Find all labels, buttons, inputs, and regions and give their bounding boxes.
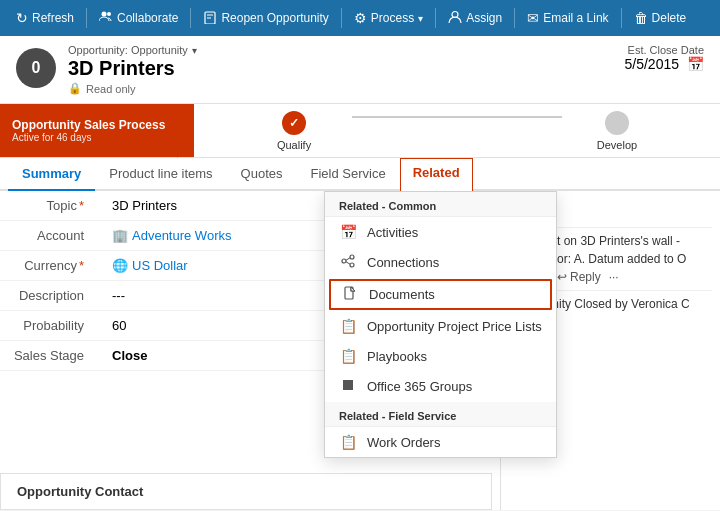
toolbar-process-btn[interactable]: ⚙ Process ▾	[346, 6, 431, 30]
est-close-label: Est. Close Date	[625, 44, 705, 56]
dropdown-playbooks[interactable]: 📋 Playbooks	[325, 341, 556, 371]
currency-label: Currency*	[0, 251, 100, 281]
process-label-title: Opportunity Sales Process	[12, 118, 165, 132]
connections-icon	[339, 254, 357, 271]
process-steps: ✓ Qualify Develop	[194, 104, 720, 157]
header-meta: Opportunity: Opportunity ▾ 3D Printers 🔒…	[68, 44, 197, 95]
header-right: Est. Close Date 5/5/2015 📅	[625, 44, 705, 72]
toolbar-refresh-btn[interactable]: ↻ Refresh	[8, 6, 82, 30]
reply-icon: ↩	[557, 270, 567, 284]
toolbar-divider-4	[435, 8, 436, 28]
svg-rect-13	[343, 380, 353, 390]
dropdown-section-common: Related - Common	[325, 192, 556, 217]
playbooks-icon: 📋	[339, 348, 357, 364]
header-left: 0 Opportunity: Opportunity ▾ 3D Printers…	[16, 44, 197, 95]
description-label: Description	[0, 281, 100, 311]
tab-quotes[interactable]: Quotes	[227, 158, 297, 191]
toolbar-divider-1	[86, 8, 87, 28]
record-title: 3D Printers	[68, 56, 197, 80]
currency-icon: 🌐	[112, 258, 128, 273]
dropdown-connections[interactable]: Connections	[325, 247, 556, 278]
breadcrumb-chevron: ▾	[192, 45, 197, 56]
step-label-qualify: Qualify	[277, 139, 311, 151]
calendar-icon[interactable]: 📅	[687, 56, 704, 72]
work-orders-icon: 📋	[339, 434, 357, 450]
svg-point-6	[342, 259, 346, 263]
toolbar-delete-btn[interactable]: 🗑 Delete	[626, 6, 695, 30]
toolbar: ↻ Refresh Collaborate Reopen Opportunity…	[0, 0, 720, 36]
opp-price-icon: 📋	[339, 318, 357, 334]
toolbar-divider-6	[621, 8, 622, 28]
toolbar-divider-5	[514, 8, 515, 28]
account-icon: 🏢	[112, 228, 128, 243]
tabs-bar: Summary Product line items Quotes Field …	[0, 158, 720, 191]
svg-point-8	[350, 263, 354, 267]
read-only-badge: 🔒 Read only	[68, 82, 197, 95]
sales-stage-label: Sales Stage	[0, 341, 100, 371]
assign-icon	[448, 10, 462, 27]
breadcrumb: Opportunity: Opportunity ▾	[68, 44, 197, 56]
svg-point-1	[107, 12, 111, 16]
tab-summary[interactable]: Summary	[8, 158, 95, 191]
dropdown-section-fieldservice: Related - Field Service	[325, 402, 556, 427]
more-btn[interactable]: ···	[609, 270, 619, 284]
probability-label: Probability	[0, 311, 100, 341]
toolbar-email-btn[interactable]: ✉ Email a Link	[519, 6, 616, 30]
step-circle-qualify: ✓	[282, 111, 306, 135]
svg-point-0	[102, 11, 107, 16]
process-step-qualify[interactable]: ✓ Qualify	[277, 111, 311, 151]
dropdown-work-orders[interactable]: 📋 Work Orders	[325, 427, 556, 457]
bottom-card: Opportunity Contact	[0, 473, 492, 510]
dropdown-menu[interactable]: Related - Common 📅 Activities Connection…	[324, 191, 557, 458]
collaborate-icon	[99, 10, 113, 27]
main-content: Topic* 3D Printers Account 🏢 Adventure W…	[0, 191, 720, 510]
email-icon: ✉	[527, 10, 539, 26]
process-dropdown-arrow: ▾	[418, 13, 423, 24]
more-icon: ···	[609, 270, 619, 284]
refresh-icon: ↻	[16, 10, 28, 26]
header-area: 0 Opportunity: Opportunity ▾ 3D Printers…	[0, 36, 720, 104]
tab-product-line-items[interactable]: Product line items	[95, 158, 226, 191]
svg-line-10	[346, 262, 350, 264]
dropdown-opp-price-lists[interactable]: 📋 Opportunity Project Price Lists	[325, 311, 556, 341]
process-icon: ⚙	[354, 10, 367, 26]
process-step-develop[interactable]: Develop	[597, 111, 637, 151]
tab-field-service[interactable]: Field Service	[297, 158, 400, 191]
entity-icon: 0	[16, 48, 56, 88]
account-label: Account	[0, 221, 100, 251]
svg-line-9	[346, 258, 350, 260]
delete-icon: 🗑	[634, 10, 648, 26]
reopen-icon	[203, 10, 217, 27]
toolbar-divider-3	[341, 8, 342, 28]
process-label: Opportunity Sales Process Active for 46 …	[0, 104, 177, 157]
lock-icon: 🔒	[68, 82, 82, 95]
est-close-date: 5/5/2015 📅	[625, 56, 705, 72]
svg-point-7	[350, 255, 354, 259]
documents-icon	[341, 286, 359, 303]
process-label-sub: Active for 46 days	[12, 132, 165, 143]
toolbar-collaborate-btn[interactable]: Collaborate	[91, 6, 186, 31]
dropdown-activities[interactable]: 📅 Activities	[325, 217, 556, 247]
step-connector	[352, 116, 562, 118]
dropdown-office365[interactable]: Office 365 Groups	[325, 371, 556, 402]
topic-label: Topic*	[0, 191, 100, 221]
office365-icon	[339, 378, 357, 395]
process-bar: Opportunity Sales Process Active for 46 …	[0, 104, 720, 158]
activities-icon: 📅	[339, 224, 357, 240]
toolbar-assign-btn[interactable]: Assign	[440, 6, 510, 31]
toolbar-reopen-btn[interactable]: Reopen Opportunity	[195, 6, 336, 31]
reply-btn[interactable]: ↩ Reply	[557, 270, 601, 284]
tab-related[interactable]: Related	[400, 158, 473, 191]
dropdown-documents[interactable]: Documents	[329, 279, 552, 310]
step-circle-develop	[605, 111, 629, 135]
toolbar-divider-2	[190, 8, 191, 28]
step-label-develop: Develop	[597, 139, 637, 151]
